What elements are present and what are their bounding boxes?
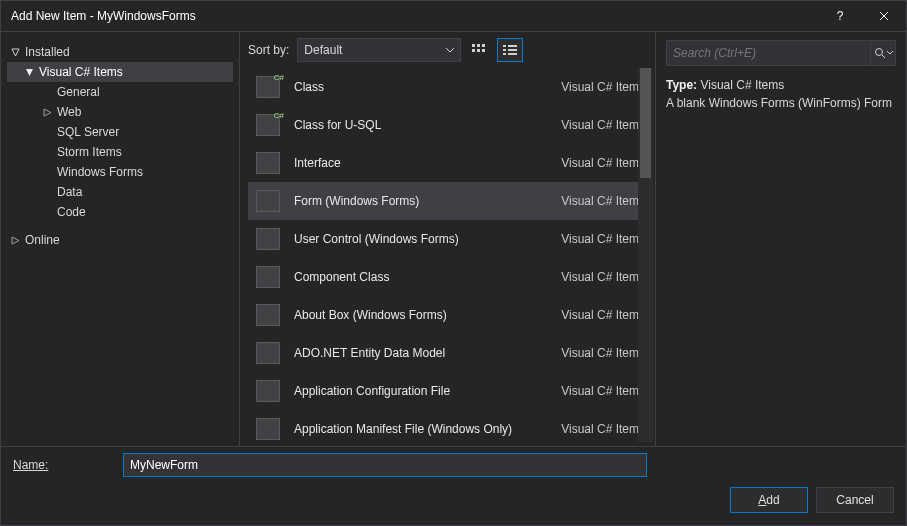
category-tree[interactable]: Installed Visual C# Items GeneralWebSQL … <box>1 32 239 446</box>
template-item[interactable]: Component ClassVisual C# Items <box>248 258 653 296</box>
list-icon <box>503 44 517 56</box>
template-category: Visual C# Items <box>561 270 645 284</box>
expand-icon <box>25 68 34 77</box>
template-list[interactable]: C#ClassVisual C# ItemsC#Class for U-SQLV… <box>248 68 653 442</box>
template-item[interactable]: Application Configuration FileVisual C# … <box>248 372 653 410</box>
sort-label: Sort by: <box>248 43 289 57</box>
template-panel: Sort by: Default <box>239 32 656 446</box>
template-item[interactable]: C#Class for U-SQLVisual C# Items <box>248 106 653 144</box>
dialog-window: Add New Item - MyWindowsForms ? Installe… <box>0 0 907 526</box>
expand-icon <box>43 188 52 197</box>
template-category: Visual C# Items <box>561 422 645 436</box>
type-line: Type: Visual C# Items <box>666 76 896 94</box>
template-name: Application Manifest File (Windows Only) <box>288 422 553 436</box>
toolbar: Sort by: Default <box>240 32 655 64</box>
tree-node-child[interactable]: Windows Forms <box>7 162 233 182</box>
template-icon: C# <box>248 106 288 144</box>
template-item[interactable]: Application Manifest File (Windows Only)… <box>248 410 653 442</box>
scrollbar-thumb[interactable] <box>640 68 651 178</box>
template-item[interactable]: ADO.NET Entity Data ModelVisual C# Items <box>248 334 653 372</box>
svg-rect-11 <box>508 53 517 55</box>
template-icon <box>248 296 288 334</box>
template-item[interactable]: InterfaceVisual C# Items <box>248 144 653 182</box>
template-icon <box>248 144 288 182</box>
template-name: Class <box>288 80 553 94</box>
template-icon <box>248 182 288 220</box>
name-input[interactable] <box>123 453 647 477</box>
template-category: Visual C# Items <box>561 308 645 322</box>
chevron-down-icon <box>887 51 893 55</box>
expand-icon <box>43 108 52 117</box>
tree-node-installed[interactable]: Installed <box>7 42 233 62</box>
template-icon <box>248 372 288 410</box>
sort-value: Default <box>304 43 342 57</box>
tree-node-child[interactable]: SQL Server <box>7 122 233 142</box>
svg-rect-9 <box>508 49 517 51</box>
name-label: NName:ame: <box>13 458 113 472</box>
view-small-icons-button[interactable] <box>467 39 491 61</box>
sort-combobox[interactable]: Default <box>297 38 461 62</box>
tree-node-child[interactable]: Storm Items <box>7 142 233 162</box>
search-input[interactable] <box>667 46 870 60</box>
svg-rect-10 <box>503 53 506 55</box>
template-icon <box>248 220 288 258</box>
expand-icon <box>43 168 52 177</box>
grid-small-icon <box>472 44 486 56</box>
window-title: Add New Item - MyWindowsForms <box>11 9 818 23</box>
template-category: Visual C# Items <box>561 194 645 208</box>
template-icon <box>248 410 288 442</box>
footer: NName:ame: AddAdd Cancel <box>1 446 906 525</box>
template-category: Visual C# Items <box>561 118 645 132</box>
tree-node-child[interactable]: Code <box>7 202 233 222</box>
tree-node-csharp-items[interactable]: Visual C# Items <box>7 62 233 82</box>
expand-icon <box>43 148 52 157</box>
template-name: ADO.NET Entity Data Model <box>288 346 553 360</box>
template-item[interactable]: C#ClassVisual C# Items <box>248 68 653 106</box>
svg-rect-8 <box>503 49 506 51</box>
template-name: About Box (Windows Forms) <box>288 308 553 322</box>
svg-rect-5 <box>482 49 485 52</box>
svg-point-12 <box>875 49 882 56</box>
template-name: Form (Windows Forms) <box>288 194 553 208</box>
close-button[interactable] <box>862 1 906 31</box>
template-item[interactable]: Form (Windows Forms)Visual C# Items <box>248 182 653 220</box>
template-item[interactable]: User Control (Windows Forms)Visual C# It… <box>248 220 653 258</box>
template-name: User Control (Windows Forms) <box>288 232 553 246</box>
template-category: Visual C# Items <box>561 156 645 170</box>
template-name: Application Configuration File <box>288 384 553 398</box>
template-category: Visual C# Items <box>561 384 645 398</box>
help-button[interactable]: ? <box>818 1 862 31</box>
svg-rect-0 <box>472 44 475 47</box>
tree-node-child[interactable]: Data <box>7 182 233 202</box>
add-button[interactable]: AddAdd <box>730 487 808 513</box>
template-category: Visual C# Items <box>561 232 645 246</box>
tree-node-online[interactable]: Online <box>7 230 233 250</box>
template-icon: C# <box>248 68 288 106</box>
expand-icon <box>43 128 52 137</box>
template-name: Interface <box>288 156 553 170</box>
svg-rect-1 <box>477 44 480 47</box>
template-category: Visual C# Items <box>561 80 645 94</box>
template-icon <box>248 258 288 296</box>
svg-rect-7 <box>508 45 517 47</box>
info-panel: Type: Visual C# Items A blank Windows Fo… <box>656 32 906 446</box>
titlebar: Add New Item - MyWindowsForms ? <box>1 1 906 32</box>
svg-rect-4 <box>477 49 480 52</box>
search-icon <box>874 47 886 59</box>
scrollbar[interactable] <box>638 68 653 442</box>
description: A blank Windows Forms (WinForms) Form <box>666 94 896 112</box>
template-item[interactable]: About Box (Windows Forms)Visual C# Items <box>248 296 653 334</box>
view-details-button[interactable] <box>497 38 523 62</box>
tree-node-child[interactable]: General <box>7 82 233 102</box>
tree-node-child[interactable]: Web <box>7 102 233 122</box>
close-icon <box>879 11 889 21</box>
svg-rect-6 <box>503 45 506 47</box>
expand-icon <box>43 208 52 217</box>
expand-icon <box>11 48 20 57</box>
search-box[interactable] <box>666 40 896 66</box>
template-name: Component Class <box>288 270 553 284</box>
expand-icon <box>43 88 52 97</box>
expand-icon <box>11 236 20 245</box>
cancel-button[interactable]: Cancel <box>816 487 894 513</box>
search-button[interactable] <box>870 41 895 65</box>
